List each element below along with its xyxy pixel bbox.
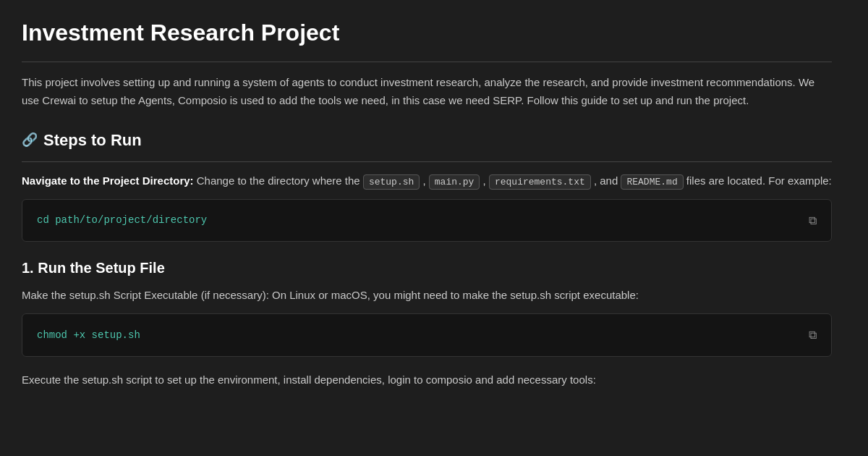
file-requirements-txt: requirements.txt bbox=[489, 174, 591, 190]
file-main-py: main.py bbox=[429, 174, 480, 190]
navigate-and: , and bbox=[594, 174, 621, 187]
make-executable-text: Make the setup.sh Script Executable (if … bbox=[22, 287, 832, 305]
chmod-command-text: chmod +x setup.sh bbox=[37, 327, 140, 343]
chmod-command-block: chmod +x setup.sh ⧉ bbox=[22, 313, 832, 357]
navigate-description: Navigate to the Project Directory: Chang… bbox=[22, 172, 832, 190]
execute-text: Execute the setup.sh script to set up th… bbox=[22, 371, 832, 389]
separator-2: , bbox=[483, 174, 489, 187]
navigate-text: Change to the directory where the bbox=[197, 174, 363, 187]
cd-command-block: cd path/to/project/directory ⧉ bbox=[22, 199, 832, 242]
copy-button-cd[interactable]: ⧉ bbox=[809, 211, 817, 230]
page-container: Investment Research Project This project… bbox=[0, 0, 854, 412]
file-setup-sh: setup.sh bbox=[363, 174, 420, 190]
steps-section-header: 🔗 Steps to Run bbox=[22, 127, 832, 162]
run-setup-heading: 1. Run the Setup File bbox=[22, 256, 832, 279]
navigate-label: Navigate to the Project Directory: bbox=[22, 174, 194, 187]
page-title: Investment Research Project bbox=[22, 14, 832, 62]
project-description: This project involves setting up and run… bbox=[22, 74, 832, 110]
navigate-suffix: files are located. For example: bbox=[686, 174, 832, 187]
separator-1: , bbox=[422, 174, 428, 187]
link-icon: 🔗 bbox=[22, 130, 38, 151]
steps-section-title: Steps to Run bbox=[43, 127, 142, 153]
copy-button-chmod[interactable]: ⧉ bbox=[809, 326, 817, 345]
cd-command-text: cd path/to/project/directory bbox=[37, 212, 207, 228]
file-readme-md: README.md bbox=[621, 174, 683, 190]
